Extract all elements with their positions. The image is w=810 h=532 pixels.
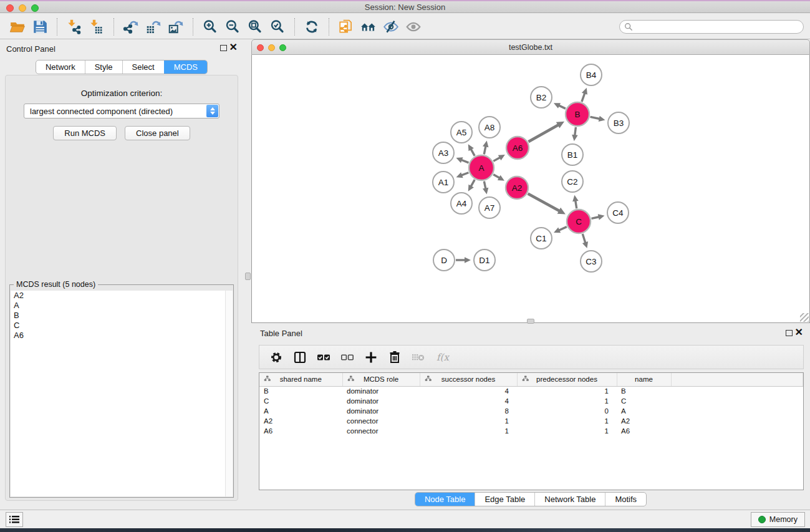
graph-edge-B-B4[interactable]: [582, 88, 587, 102]
result-list-scrollbar[interactable]: [225, 291, 233, 496]
refresh-view-button[interactable]: [301, 17, 323, 37]
graph-node-D1[interactable]: D1: [474, 249, 495, 271]
float-panel-icon[interactable]: [220, 45, 227, 51]
table-cell[interactable]: 0: [517, 406, 617, 416]
table-close-icon[interactable]: ✕: [795, 327, 803, 338]
graph-edge-A-A8[interactable]: [483, 141, 488, 155]
graph-edge-A-A6[interactable]: [493, 155, 505, 161]
select-all-button[interactable]: [313, 347, 334, 367]
graph-edge-B-B1[interactable]: [572, 127, 578, 141]
column-header-shared-name[interactable]: shared name: [259, 373, 342, 386]
eye-slash-button[interactable]: [380, 17, 402, 37]
graph-edge-A-A3[interactable]: [456, 157, 468, 163]
table-cell[interactable]: B: [617, 386, 671, 396]
table-cell[interactable]: 4: [420, 396, 517, 406]
graph-node-A3[interactable]: A3: [433, 142, 454, 163]
tab-style[interactable]: Style: [85, 60, 122, 74]
result-list-item[interactable]: C: [11, 321, 233, 331]
table-cell[interactable]: C: [259, 396, 342, 406]
table-cell[interactable]: B: [259, 386, 342, 396]
graph-edge-C-C4[interactable]: [591, 214, 604, 220]
network-canvas[interactable]: AA6A2BCA5A8A3A1A4A7B2B4B3B1C2C4C1C3DD1: [251, 55, 810, 323]
zoom-in-button[interactable]: [199, 17, 221, 37]
eye-button[interactable]: [402, 17, 425, 37]
graph-edge-A2-C[interactable]: [528, 194, 566, 215]
graph-edge-D-D1[interactable]: [456, 257, 471, 263]
table-cell[interactable]: 1: [517, 416, 617, 426]
table-row[interactable]: Adominator80A: [259, 406, 803, 416]
graph-edge-C-C3[interactable]: [582, 234, 588, 248]
add-column-button[interactable]: [360, 347, 382, 367]
graph-edge-B-B3[interactable]: [591, 116, 605, 122]
close-panel-button[interactable]: Close panel: [125, 126, 190, 140]
horizontal-divider-handle[interactable]: [527, 319, 534, 324]
table-row[interactable]: Bdominator41B: [259, 386, 803, 396]
resize-grip-icon[interactable]: [800, 313, 809, 322]
export-network-button[interactable]: [120, 17, 142, 37]
table-cell[interactable]: A: [617, 406, 671, 416]
table-cell[interactable]: 8: [420, 406, 517, 416]
column-header-predecessor-nodes[interactable]: predecessor nodes: [517, 373, 617, 386]
import-table-button[interactable]: [85, 17, 108, 37]
tab-mcds[interactable]: MCDS: [164, 60, 207, 74]
table-cell[interactable]: 1: [517, 396, 617, 406]
graph-node-A6[interactable]: A6: [506, 137, 529, 159]
export-image-button[interactable]: [165, 17, 187, 37]
table-cell[interactable]: A2: [617, 416, 671, 426]
save-session-button[interactable]: [29, 17, 51, 37]
home-pair-button[interactable]: [357, 17, 380, 37]
open-file-button[interactable]: [6, 17, 29, 37]
import-network-button[interactable]: [63, 17, 85, 37]
table-cell[interactable]: connector: [342, 426, 420, 436]
search-field[interactable]: [619, 20, 804, 34]
graph-edge-A6-B[interactable]: [528, 122, 564, 142]
graph-node-D[interactable]: D: [433, 249, 455, 271]
export-table-button[interactable]: [142, 17, 165, 37]
graph-node-C4[interactable]: C4: [607, 202, 629, 223]
result-list-item[interactable]: A6: [11, 331, 233, 341]
table-cell[interactable]: 1: [420, 426, 517, 436]
tab-network-table[interactable]: Network Table: [534, 493, 605, 506]
graph-edge-C-C1[interactable]: [554, 227, 567, 233]
zoom-out-button[interactable]: [221, 17, 244, 37]
graph-edge-A-A2[interactable]: [493, 175, 504, 181]
graph-node-B1[interactable]: B1: [562, 144, 583, 165]
table-cell[interactable]: A6: [617, 426, 671, 436]
table-row[interactable]: A6connector11A6: [259, 426, 803, 436]
graph-edge-A-A7[interactable]: [483, 181, 488, 195]
zoom-fit-button[interactable]: [244, 17, 266, 37]
graph-node-A1[interactable]: A1: [433, 172, 454, 193]
table-cell[interactable]: 1: [517, 386, 617, 396]
tab-select[interactable]: Select: [122, 60, 164, 74]
graph-node-B3[interactable]: B3: [608, 112, 629, 133]
graph-node-A4[interactable]: A4: [451, 193, 472, 214]
graph-node-A7[interactable]: A7: [479, 197, 500, 218]
criterion-select[interactable]: largest connected component (directed): [24, 104, 219, 118]
graph-node-C2[interactable]: C2: [562, 171, 583, 192]
graph-node-C1[interactable]: C1: [531, 228, 552, 249]
table-cell[interactable]: dominator: [342, 386, 420, 396]
result-list-item[interactable]: A2: [11, 291, 233, 301]
graph-edge-A-A1[interactable]: [456, 172, 469, 178]
graph-edge-A-A4[interactable]: [468, 180, 475, 191]
tab-node-table[interactable]: Node Table: [415, 493, 475, 506]
table-cell[interactable]: connector: [342, 416, 420, 426]
table-cell[interactable]: A2: [259, 416, 342, 426]
graph-edge-A-A5[interactable]: [468, 144, 475, 156]
search-input[interactable]: [633, 21, 803, 32]
graph-node-A[interactable]: A: [469, 155, 494, 180]
delete-column-button[interactable]: [384, 347, 405, 367]
close-panel-icon[interactable]: ✕: [229, 42, 238, 53]
table-cell[interactable]: A6: [259, 426, 342, 436]
table-float-icon[interactable]: [786, 330, 793, 336]
graph-node-B4[interactable]: B4: [581, 64, 602, 85]
column-header-mcds-role[interactable]: MCDS role: [342, 373, 420, 386]
table-cell[interactable]: 1: [517, 426, 617, 436]
network-window-titlebar[interactable]: testGlobe.txt: [251, 39, 810, 55]
graph-edge-C-C2[interactable]: [572, 195, 578, 209]
graph-node-C[interactable]: C: [567, 210, 591, 233]
split-panel-button[interactable]: [289, 347, 311, 367]
network-list-button[interactable]: [6, 512, 23, 527]
graph-node-B2[interactable]: B2: [531, 87, 552, 108]
tab-network[interactable]: Network: [36, 60, 85, 74]
